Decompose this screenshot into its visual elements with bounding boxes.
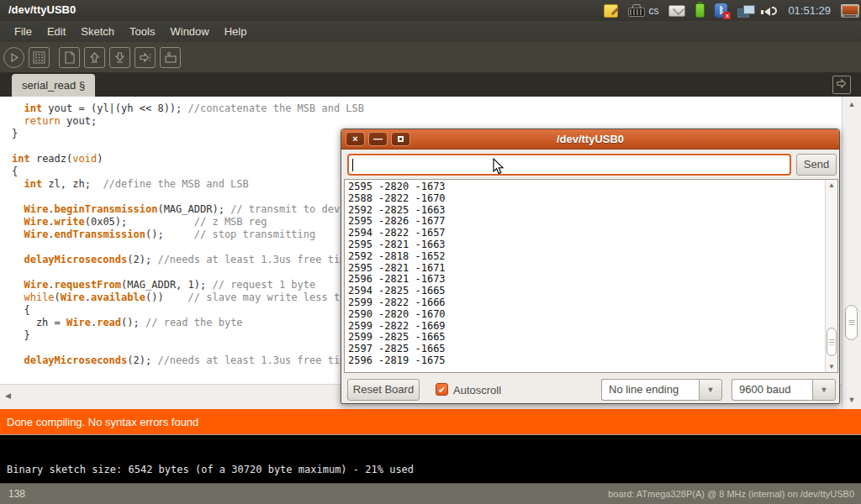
send-button[interactable]: Send <box>796 154 837 176</box>
stop-button[interactable] <box>29 47 50 68</box>
system-panel: /dev/ttyUSB0 cs ᛒx 01:51:29 <box>0 0 861 21</box>
scroll-up-icon[interactable]: ▲ <box>826 181 837 189</box>
tab-serial-read[interactable]: serial_read § <box>12 74 95 97</box>
scroll-down-icon[interactable]: ▼ <box>843 396 861 404</box>
compile-status-message: Done compiling. No syntax errors found <box>7 416 198 428</box>
system-tray: cs ᛒx 01:51:29 <box>604 0 859 21</box>
session-indicator-icon[interactable] <box>841 4 859 18</box>
toolbar <box>0 42 861 72</box>
serial-line: 2599 -2822 -1669 <box>348 321 834 333</box>
menu-edit[interactable]: Edit <box>40 23 73 40</box>
scroll-down-icon[interactable]: ▼ <box>826 363 837 370</box>
serial-line: 2592 -2818 -1652 <box>348 251 834 263</box>
keyboard-layout-label[interactable]: cs <box>648 5 658 17</box>
serial-monitor-titlebar[interactable]: /dev/ttyUSB0 × — <box>341 129 839 150</box>
editor-vertical-scrollbar[interactable]: ▲ ▼ <box>842 97 861 409</box>
serial-line: 2590 -2820 -1670 <box>348 309 834 321</box>
scroll-up-icon[interactable]: ▲ <box>843 100 861 108</box>
code-line: return yout; <box>12 115 842 128</box>
menu-sketch[interactable]: Sketch <box>73 23 122 40</box>
arrow-right-icon <box>139 51 152 64</box>
volume-indicator-icon[interactable] <box>764 4 778 18</box>
arduino-ide-screen: /dev/ttyUSB0 cs ᛒx 01:51:29 FileEditSket… <box>0 0 861 504</box>
menu-file[interactable]: File <box>7 23 40 40</box>
line-number-indicator: 138 <box>8 488 25 500</box>
stop-grid-icon <box>33 51 45 64</box>
arrow-down-icon <box>114 51 126 64</box>
serial-line: 2597 -2825 -1665 <box>348 344 834 355</box>
network-indicator-icon[interactable] <box>737 4 754 18</box>
tab-bar: serial_read § <box>0 72 861 97</box>
serial-monitor-window: /dev/ttyUSB0 × — Send 2595 -2820 -167325… <box>341 129 840 404</box>
menu-tools[interactable]: Tools <box>122 23 162 40</box>
clock[interactable]: 01:51:29 <box>788 4 831 17</box>
bluetooth-indicator-icon[interactable]: ᛒx <box>715 3 727 18</box>
scroll-left-icon[interactable]: ◀ <box>5 391 11 400</box>
serial-line: 2595 -2821 -1663 <box>348 239 834 251</box>
chevron-down-icon[interactable]: ▼ <box>699 379 722 401</box>
mouse-cursor <box>493 158 506 180</box>
serial-output-area[interactable]: 2595 -2820 -16732588 -2822 -16702592 -28… <box>344 179 838 373</box>
verify-button[interactable] <box>3 47 24 68</box>
serial-line: 2594 -2822 -1657 <box>348 228 834 239</box>
serial-input-field[interactable] <box>347 154 791 176</box>
serial-line: 2592 -2825 -1663 <box>348 205 834 217</box>
serial-line: 2595 -2820 -1673 <box>348 181 834 193</box>
maximize-button[interactable] <box>391 132 410 146</box>
open-button[interactable] <box>84 47 105 68</box>
serial-output-lines: 2595 -2820 -16732588 -2822 -16702592 -28… <box>345 180 837 369</box>
line-ending-dropdown[interactable]: No line ending ▼ <box>601 379 722 401</box>
new-sketch-button[interactable] <box>59 47 80 68</box>
serial-line: 2588 -2822 -1670 <box>348 193 834 205</box>
menubar: FileEditSketchToolsWindowHelp <box>0 21 861 42</box>
serial-line: 2596 -2821 -1673 <box>348 274 834 286</box>
tab-menu-button[interactable] <box>832 76 851 94</box>
baud-rate-value[interactable]: 9600 baud <box>732 379 812 401</box>
menu-window[interactable]: Window <box>162 23 216 40</box>
editor-scrollbar-thumb[interactable] <box>845 305 858 340</box>
chevron-down-icon[interactable]: ▼ <box>812 379 836 401</box>
minimize-button[interactable]: — <box>368 132 388 146</box>
tab-arrow-icon <box>836 77 848 92</box>
serial-line: 2596 -2819 -1675 <box>348 355 834 367</box>
close-button[interactable]: × <box>346 132 365 146</box>
code-line: int yout = (yl|(yh << 8)); //concatenate… <box>12 102 842 115</box>
save-button[interactable] <box>109 47 130 68</box>
serial-line: 2595 -2821 -1671 <box>348 263 834 275</box>
serial-line: 2599 -2822 -1666 <box>348 297 834 309</box>
keyboard-indicator-icon[interactable] <box>628 8 645 17</box>
serial-monitor-button[interactable] <box>160 47 181 68</box>
board-info: board: ATmega328P(A) @ 8 MHz (internal) … <box>608 489 854 499</box>
compile-status-bar: Done compiling. No syntax errors found <box>0 409 861 434</box>
baud-rate-dropdown[interactable]: 9600 baud ▼ <box>732 379 836 401</box>
serial-line: 2595 -2826 -1677 <box>348 216 834 228</box>
new-file-icon <box>64 51 76 64</box>
serial-line: 2599 -2825 -1665 <box>348 332 834 344</box>
arrow-up-icon <box>88 51 101 64</box>
serial-scrollbar-thumb[interactable] <box>827 328 837 356</box>
ide-status-bar: 138 board: ATmega328P(A) @ 8 MHz (intern… <box>0 483 861 504</box>
play-icon <box>8 52 19 63</box>
line-ending-value[interactable]: No line ending <box>601 379 699 401</box>
bluetooth-off-badge: x <box>723 12 731 19</box>
notes-indicator-icon[interactable] <box>604 4 618 18</box>
text-caret <box>352 159 353 171</box>
serial-line: 2594 -2825 -1665 <box>348 286 834 297</box>
serial-output-scrollbar[interactable]: ▲ ▼ <box>825 180 837 372</box>
serial-monitor-icon <box>164 51 177 64</box>
console-output: Binary sketch size: 6542 bytes (of a 307… <box>0 434 861 483</box>
menu-help[interactable]: Help <box>217 23 255 40</box>
serial-monitor-title: /dev/ttyUSB0 <box>341 133 839 145</box>
autoscroll-checkbox[interactable]: ✔ <box>436 383 448 396</box>
reset-board-button[interactable]: Reset Board <box>347 379 420 401</box>
autoscroll-label[interactable]: Autoscroll <box>453 384 501 396</box>
window-title: /dev/ttyUSB0 <box>8 3 76 16</box>
battery-indicator-icon[interactable] <box>695 3 705 18</box>
mail-indicator-icon[interactable] <box>668 5 685 17</box>
console-message: Binary sketch size: 6542 bytes (of a 307… <box>7 464 414 475</box>
upload-button[interactable] <box>135 47 156 68</box>
